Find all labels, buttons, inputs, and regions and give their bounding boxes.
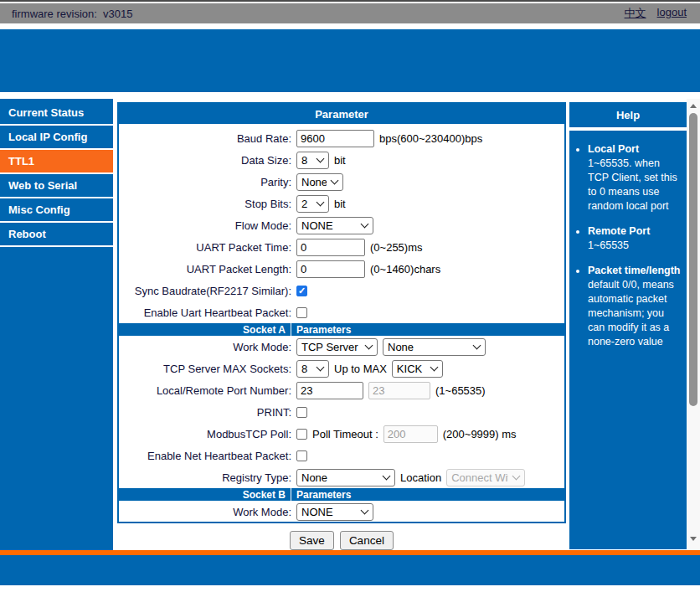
chevron-down-icon [317, 198, 325, 206]
sidebar-item-ttl1[interactable]: TTL1 [0, 150, 113, 174]
uart-packet-length-label: UART Packet Length: [119, 263, 291, 275]
help-title: Help [569, 102, 687, 127]
panel-title: Parameter [119, 104, 564, 124]
tcp-max-sockets-label: TCP Server MAX Sockets: [119, 363, 291, 375]
print-label: PRINT: [119, 406, 291, 419]
poll-timeout-input [383, 425, 438, 443]
stop-bits-unit: bit [334, 198, 346, 210]
chevron-down-icon [317, 154, 325, 162]
uart-heartbeat-checkbox[interactable] [296, 307, 307, 318]
footer-band [0, 555, 700, 585]
socket-a-section-header: Socket A Parameters [119, 323, 564, 336]
stop-bits-select[interactable]: 2 [296, 195, 329, 213]
parameter-panel: Parameter Baud Rate: bps(600~230400)bps … [117, 102, 566, 523]
data-size-label: Data Size: [119, 154, 291, 167]
form-row-flow-mode: Flow Mode: NONE [119, 214, 564, 236]
form-row-work-mode-b: Work Mode: NONE [119, 501, 564, 523]
form-row-modbus-poll: ModbusTCP Poll: Poll Timeout : (200~9999… [119, 423, 564, 445]
form-row-uart-packet-length: UART Packet Length: (0~1460)chars [119, 258, 564, 280]
uart-heartbeat-label: Enable Uart Heartbeat Packet: [119, 306, 291, 319]
location-select: Connect With [446, 469, 525, 486]
sidebar-item-current-status[interactable]: Current Status [0, 101, 113, 126]
modbus-poll-label: ModbusTCP Poll: [119, 428, 291, 440]
uart-packet-length-range: (0~1460)chars [370, 263, 440, 275]
firmware-revision-text: firmware revision: v3015 [12, 8, 133, 20]
work-mode-a-select[interactable]: TCP Server [296, 338, 378, 356]
form-row-stop-bits: Stop Bits: 2 bit [119, 193, 564, 214]
tcp-max-sockets-select[interactable]: 8 [296, 360, 329, 378]
arrow-up-icon [690, 104, 697, 108]
uart-packet-time-range: (0~255)ms [370, 241, 423, 254]
scroll-up-button[interactable] [687, 100, 700, 112]
help-content: Local Port 1~65535. when TCP Client, set… [569, 131, 687, 549]
form-row-baud-rate: Baud Rate: bps(600~230400)bps [119, 127, 564, 149]
parity-select[interactable]: None [296, 173, 343, 191]
save-button[interactable]: Save [290, 531, 334, 550]
chevron-down-icon [383, 471, 391, 480]
help-item-packet-time-length: Packet time/length default 0/0, means au… [588, 264, 682, 349]
chevron-down-icon [331, 176, 339, 184]
form-row-registry-type: Registry Type: None Location Connect Wit… [119, 466, 564, 488]
uart-packet-length-input[interactable] [296, 260, 365, 278]
window-top-edge [0, 0, 700, 2]
firmware-config-page: firmware revision: v3015 中文 logout Curre… [0, 0, 700, 592]
socket-b-subtitle: Parameters [291, 488, 351, 501]
sync-baudrate-checkbox[interactable] [296, 286, 307, 296]
port-number-label: Local/Remote Port Number: [119, 384, 291, 397]
flow-mode-label: Flow Mode: [119, 219, 291, 232]
form-row-tcp-max-sockets: TCP Server MAX Sockets: 8 Up to MAX KICK [119, 358, 564, 379]
uart-packet-time-input[interactable] [296, 239, 365, 256]
registry-type-label: Registry Type: [119, 471, 291, 484]
data-size-select[interactable]: 8 [296, 152, 329, 169]
form-row-parity: Parity: None [119, 171, 564, 193]
help-item-remote-port: Remote Port 1~65535 [588, 224, 682, 253]
baud-rate-range: bps(600~230400)bps [379, 132, 482, 145]
sidebar-item-misc-config[interactable]: Misc Config [0, 198, 113, 223]
work-mode-a-sub-select[interactable]: None [383, 338, 486, 356]
sidebar-item-local-ip-config[interactable]: Local IP Config [0, 126, 113, 150]
form-row-uart-packet-time: UART Packet Time: (0~255)ms [119, 236, 564, 258]
scrollbar[interactable] [687, 99, 700, 550]
sidebar-item-reboot[interactable]: Reboot [0, 223, 113, 247]
sync-baudrate-label: Sync Baudrate(RF2217 Similar): [119, 285, 291, 297]
form-actions: Save Cancel [117, 531, 566, 550]
form-row-sync-baudrate: Sync Baudrate(RF2217 Similar): [119, 280, 564, 301]
chevron-down-icon [512, 471, 521, 480]
print-checkbox[interactable] [296, 407, 307, 418]
registry-type-select[interactable]: None [296, 469, 395, 486]
socket-b-title: Socket B [119, 488, 291, 501]
location-label: Location [400, 471, 441, 484]
net-heartbeat-checkbox[interactable] [296, 450, 307, 461]
scroll-down-button[interactable] [687, 533, 700, 545]
topbar-links: 中文 logout [625, 6, 687, 21]
work-mode-b-select[interactable]: NONE [296, 503, 373, 521]
kick-select[interactable]: KICK [392, 360, 443, 378]
net-heartbeat-label: Enable Net Heartbeat Packet: [119, 450, 291, 462]
uart-packet-time-label: UART Packet Time: [119, 241, 291, 254]
help-item-local-port: Local Port 1~65535. when TCP Client, set… [588, 142, 682, 214]
up-to-max-text: Up to MAX [334, 363, 387, 375]
scrollbar-thumb[interactable] [689, 113, 697, 406]
chevron-down-icon [365, 341, 373, 349]
parity-label: Parity: [119, 176, 291, 188]
flow-mode-select[interactable]: NONE [296, 217, 373, 234]
cancel-button[interactable]: Cancel [340, 531, 394, 550]
socket-a-title: Socket A [119, 323, 291, 336]
local-port-input[interactable] [296, 382, 363, 399]
poll-timeout-range: (200~9999) ms [443, 428, 517, 440]
sidebar-item-web-to-serial[interactable]: Web to Serial [0, 174, 113, 198]
form-row-port-number: Local/Remote Port Number: (1~65535) [119, 379, 564, 401]
chevron-down-icon [317, 363, 325, 371]
form-row-print: PRINT: [119, 401, 564, 423]
logout-link[interactable]: logout [657, 6, 687, 21]
baud-rate-input[interactable] [296, 130, 374, 147]
poll-timeout-label: Poll Timeout : [312, 428, 378, 440]
modbus-poll-checkbox[interactable] [296, 429, 307, 440]
form-row-data-size: Data Size: 8 bit [119, 149, 564, 171]
data-size-unit: bit [334, 154, 346, 167]
chevron-down-icon [361, 219, 369, 228]
sidebar-menu: Current Status Local IP Config TTL1 Web … [0, 99, 113, 550]
chevron-down-icon [361, 506, 369, 514]
arrow-down-icon [690, 537, 697, 541]
language-link[interactable]: 中文 [625, 6, 646, 21]
